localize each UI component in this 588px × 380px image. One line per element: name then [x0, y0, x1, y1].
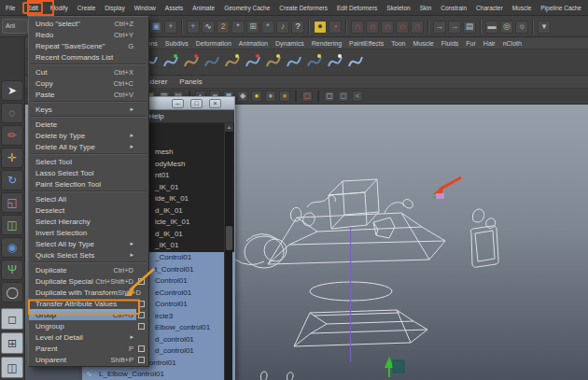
menubar-item-modify[interactable]: Modify — [49, 3, 70, 13]
menubar-item-geometry-cache[interactable]: Geometry Cache — [222, 3, 272, 13]
curve-shelf-item[interactable] — [203, 51, 220, 72]
snap-to-curves-icon[interactable]: ∩ — [366, 21, 379, 34]
menu-item-paste[interactable]: PasteCtrl+V — [29, 89, 148, 100]
select-mask-curve-icon[interactable]: ∿ — [202, 21, 215, 34]
menu-item-select-all-by-type[interactable]: Select All by Type▸ — [29, 238, 148, 249]
panel-menu-panels[interactable]: Panels — [179, 77, 202, 86]
shelf-tab-dynamics[interactable]: Dynamics — [275, 40, 304, 47]
textured-display-icon[interactable]: ◆ — [237, 91, 248, 102]
minimize-button[interactable]: – — [172, 99, 184, 108]
select-mask-misc-icon[interactable]: ♪ — [276, 21, 289, 34]
snap-to-planes-icon[interactable]: ∩ — [396, 21, 409, 34]
scroll-up-icon[interactable]: ▴ — [225, 123, 233, 132]
option-box-icon[interactable] — [138, 323, 145, 330]
menu-item-select-all[interactable]: Select All — [29, 193, 148, 204]
menu-item-deselect[interactable]: Deselect — [29, 204, 148, 216]
shelf-tab-ncloth[interactable]: nCloth — [503, 40, 522, 47]
shelf-tab-muscle[interactable]: Muscle — [413, 40, 433, 47]
shelf-tab-fur[interactable]: Fur — [466, 40, 476, 47]
menubar-item-animate[interactable]: Animate — [190, 3, 217, 13]
select-mask-handles-icon[interactable]: + — [187, 21, 200, 34]
use-default-light-icon[interactable]: ● — [279, 91, 290, 102]
input-connections-icon[interactable]: → — [433, 21, 446, 34]
menu-item-lasso-select-tool[interactable]: Lasso Select Tool — [29, 167, 148, 178]
wireframe-on-shaded-icon[interactable]: ◻ — [338, 91, 349, 102]
option-box-icon[interactable] — [138, 357, 145, 363]
select-mask-dynamics-icon[interactable]: ⊞ — [246, 21, 259, 34]
outliner-scrollbar[interactable]: ▴ — [224, 123, 232, 380]
menu-item-copy[interactable]: CopyCtrl+C — [29, 77, 148, 89]
show-manipulator-tool[interactable]: Ψ — [1, 260, 23, 280]
ipr-render-icon[interactable]: ◎ — [500, 21, 513, 34]
menu-item-select-tool[interactable]: Select Tool — [29, 156, 148, 167]
option-box-icon[interactable] — [138, 301, 145, 307]
menubar-item-create-deformers[interactable]: Create Deformers — [277, 3, 329, 13]
use-all-lights-icon[interactable]: ● — [251, 91, 262, 102]
menu-item-recent-commands-list[interactable]: Recent Commands List — [29, 51, 148, 63]
menubar-item-character[interactable]: Character — [474, 3, 505, 13]
menu-item-undo-select[interactable]: Undo "select"Ctrl+Z — [29, 18, 148, 29]
shelf-tab-subdivs[interactable]: Subdivs — [165, 40, 189, 47]
curve-shelf-item[interactable] — [162, 51, 179, 72]
render-current-frame-icon[interactable]: ▬ — [485, 21, 498, 34]
multi-pane-icon[interactable]: < — [352, 91, 363, 102]
rotate-tool[interactable]: ↻ — [1, 170, 23, 190]
close-button[interactable]: × — [209, 99, 221, 108]
shelf-tab-fluids[interactable]: Fluids — [441, 40, 459, 47]
select-by-hierarchy-icon[interactable]: ▣ — [149, 21, 162, 34]
scrollbar-handle[interactable] — [226, 226, 232, 250]
menubar-item-pipeline-cache[interactable]: Pipeline Cache — [539, 3, 583, 13]
lasso-select-tool[interactable]: ◌ — [1, 103, 23, 123]
menu-item-redo[interactable]: RedoCtrl+Y — [29, 29, 148, 40]
render-settings-icon[interactable]: ☼ — [515, 21, 528, 34]
menu-item-group[interactable]: GroupCtrl+G — [29, 309, 148, 320]
option-box-icon[interactable] — [138, 312, 145, 318]
outliner-row[interactable]: ∿L_Elbow_Control01 — [83, 369, 234, 380]
curve-shelf-item[interactable] — [286, 51, 302, 72]
menu-item-select-hierarchy[interactable]: Select Hierarchy — [29, 216, 148, 227]
menu-item-ungroup[interactable]: Ungroup — [29, 320, 148, 331]
option-box-icon[interactable] — [138, 278, 145, 285]
shelf-tab-deformation[interactable]: Deformation — [196, 40, 231, 47]
menubar-item-assets[interactable]: Assets — [163, 3, 186, 13]
xray-icon[interactable]: ◻ — [324, 91, 335, 102]
menu-item-keys[interactable]: Keys▸ — [29, 104, 148, 115]
menu-item-paint-selection-tool[interactable]: Paint Selection Tool — [29, 178, 148, 190]
layout-split-pane-button[interactable]: ◫ — [1, 357, 23, 378]
menu-item-level-of-detail[interactable]: Level of Detail▸ — [29, 331, 148, 343]
snap-to-grids-icon[interactable]: ∩ — [351, 21, 364, 34]
curve-shelf-item[interactable] — [327, 51, 343, 72]
shelf-tab-rendering[interactable]: Rendering — [312, 40, 342, 47]
menubar-item-muscle[interactable]: Muscle — [511, 3, 534, 13]
snap-to-view-icon[interactable]: ∩ — [411, 21, 424, 34]
menu-item-duplicate-special[interactable]: Duplicate SpecialCtrl+Shift+D — [29, 275, 148, 287]
shelf-tab-hair[interactable]: Hair — [483, 40, 496, 47]
menubar-item-edit-deformers[interactable]: Edit Deformers — [335, 3, 379, 13]
outliner-menu-help[interactable]: Help — [148, 112, 163, 120]
scale-tool[interactable]: ◱ — [1, 192, 23, 213]
maximize-button[interactable]: □ — [190, 99, 203, 108]
menubar-item-display[interactable]: Display — [103, 3, 126, 13]
menubar-item-skeleton[interactable]: Skeleton — [385, 3, 412, 13]
menubar-item-edit[interactable]: Edit — [22, 2, 42, 14]
menubar-item-create[interactable]: Create — [76, 3, 98, 13]
use-no-lights-icon[interactable]: ● — [265, 91, 276, 102]
isolate-select-icon[interactable]: ▢ — [301, 91, 313, 102]
lock-icon[interactable]: ● — [314, 21, 327, 34]
curve-shelf-item[interactable] — [265, 51, 282, 72]
menu-item-parent[interactable]: ParentP — [29, 343, 148, 354]
menu-item-repeat-savescene[interactable]: Repeat "SaveScene"G — [29, 40, 148, 51]
menu-item-invert-selection[interactable]: Invert Selection — [29, 227, 148, 238]
menu-item-delete[interactable]: Delete — [29, 119, 148, 130]
help-icon[interactable]: ? — [291, 21, 304, 34]
select-by-object-icon[interactable]: + — [164, 21, 177, 34]
select-mask-rendering-icon[interactable]: * — [261, 21, 274, 34]
curve-shelf-item[interactable] — [245, 51, 261, 72]
lock-selected-icon[interactable]: ▪ — [329, 21, 342, 34]
menu-item-delete-all-by-type[interactable]: Delete All by Type▸ — [29, 141, 148, 152]
last-tool-used[interactable]: ◯ — [1, 282, 23, 303]
universal-manipulator-tool[interactable]: ◫ — [1, 215, 23, 235]
menu-item-unparent[interactable]: UnparentShift+P — [29, 354, 148, 365]
menu-set-selector[interactable]: Ani — [2, 19, 28, 34]
move-tool[interactable]: ✛ — [1, 148, 23, 168]
